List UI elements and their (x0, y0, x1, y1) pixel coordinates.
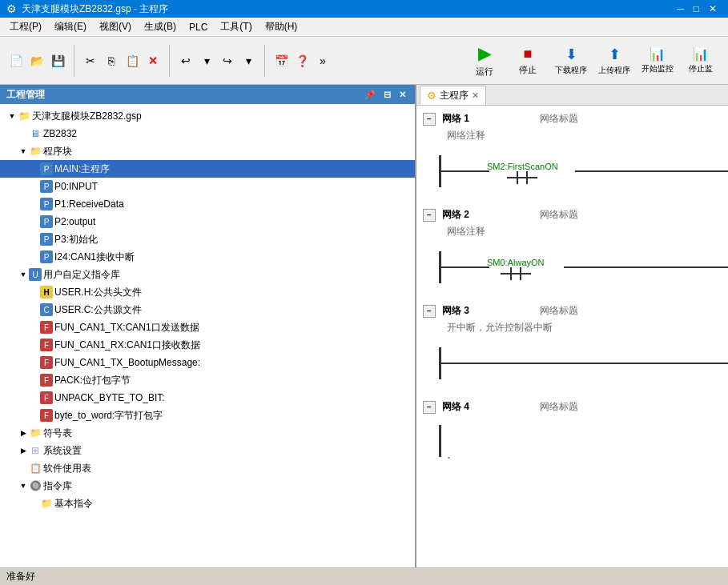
menu-help[interactable]: 帮助(H) (259, 18, 304, 35)
help-btn[interactable]: ❓ (292, 51, 312, 70)
tree-sysconfig[interactable]: ▶ ⊞ 系统设置 (0, 442, 415, 459)
run-btn[interactable]: ▶ 运行 (464, 39, 505, 82)
delete-btn[interactable]: ✕ (143, 51, 163, 70)
tree-device[interactable]: 🖥 ZB2832 (0, 125, 415, 142)
panel-auto-hide-btn[interactable]: ⊟ (381, 89, 393, 101)
tree-i24[interactable]: P I24:CAN1接收中断 (0, 248, 415, 266)
menu-tools[interactable]: 工具(T) (214, 18, 258, 35)
tree-userh[interactable]: H USER.H:公共头文件 (0, 283, 415, 301)
undo-btn[interactable]: ↩ (176, 51, 195, 70)
tree-root[interactable]: ▼ 📁 天津支腿模块ZB2832.gsp (0, 107, 415, 125)
undo-dropdown[interactable]: ▾ (197, 51, 216, 70)
userlib-expander[interactable]: ▼ (18, 270, 29, 278)
menu-view[interactable]: 视图(V) (93, 18, 138, 35)
h-line-1b (575, 170, 728, 172)
tree-instlib[interactable]: ▼ 🔘 指令库 (0, 477, 415, 495)
tree-software[interactable]: 📋 软件使用表 (0, 459, 415, 477)
network-1-collapse[interactable]: − (423, 113, 436, 126)
tree-p2[interactable]: P P2:output (0, 213, 415, 230)
userlib-icon: U (29, 268, 42, 281)
minimize-btn[interactable]: ─ (672, 3, 689, 14)
menu-build[interactable]: 生成(B) (138, 18, 183, 35)
network-3-label: 网络标题 (540, 304, 578, 318)
paste-btn[interactable]: 📋 (123, 51, 142, 70)
contact-sm0[interactable]: SM0:AlwayON (487, 258, 545, 280)
tree-p0[interactable]: P P0:INPUT (0, 178, 415, 195)
new-btn[interactable]: 📄 (6, 51, 26, 70)
tree-p3[interactable]: P P3:初始化 (0, 230, 415, 248)
download-label: 下载程序 (555, 65, 587, 76)
redo-dropdown[interactable]: ▾ (239, 51, 258, 70)
upload-btn[interactable]: ⬆ 上传程序 (593, 39, 635, 82)
tabs-bar: ⚙ 主程序 ✕ (416, 85, 728, 106)
i24-icon: P (40, 250, 53, 263)
tab-main[interactable]: ⚙ 主程序 ✕ (420, 86, 486, 105)
menu-edit[interactable]: 编辑(E) (48, 18, 93, 35)
open-btn[interactable]: 📂 (27, 51, 46, 70)
close-btn[interactable]: ✕ (704, 3, 722, 14)
fun-can1rx-icon: F (40, 339, 53, 351)
panel-header-buttons: 📌 ⊟ ✕ (362, 89, 408, 101)
panel-pin-btn[interactable]: 📌 (362, 89, 378, 101)
ladder-area[interactable]: − 网络 1 网络标题 网络注释 SM2:FirstScanON (416, 106, 728, 567)
network-3-collapse[interactable]: − (423, 305, 436, 318)
userh-icon: H (40, 286, 53, 299)
download-icon: ⬇ (565, 46, 577, 63)
cut-btn[interactable]: ✂ (81, 51, 100, 70)
bytetoword-icon: F (40, 409, 53, 422)
tab-close-btn[interactable]: ✕ (472, 90, 479, 101)
start-monitor-btn[interactable]: 📊 开始监控 (637, 39, 678, 82)
network-4-label: 网络标题 (540, 400, 578, 414)
calendar-btn[interactable]: 📅 (271, 51, 291, 70)
tree-basicinst[interactable]: 📁 基本指令 (0, 495, 415, 512)
menu-plc[interactable]: PLC (183, 20, 214, 34)
panel-close-btn[interactable]: ✕ (396, 89, 408, 101)
tree-fun-can1rx[interactable]: F FUN_CAN1_RX:CAN1口接收数据 (0, 336, 415, 354)
stop-monitor-btn[interactable]: 📊 停止监 (680, 39, 722, 82)
root-expander[interactable]: ▼ (6, 112, 18, 120)
expand-btn[interactable]: » (313, 51, 332, 70)
sysconfig-expander[interactable]: ▶ (18, 447, 29, 455)
tree-pack[interactable]: F PACK:位打包字节 (0, 371, 415, 389)
tree-symbol[interactable]: ▶ 📁 符号表 (0, 424, 415, 442)
project-tree[interactable]: ▼ 📁 天津支腿模块ZB2832.gsp 🖥 ZB2832 ▼ 📁 程序块 (0, 104, 415, 567)
tree-fun-bootup[interactable]: F FUN_CAN1_TX_BootupMessage: (0, 354, 415, 371)
contact-sm2[interactable]: SM2:FirstScanON (487, 162, 558, 184)
instlib-expander[interactable]: ▼ (18, 482, 29, 490)
programs-expander[interactable]: ▼ (18, 147, 29, 155)
network-4-title: 网络 4 (442, 400, 469, 414)
network-4-rung (439, 417, 722, 465)
tree-programs-folder[interactable]: ▼ 📁 程序块 (0, 142, 415, 160)
sep2 (169, 45, 170, 77)
tree-bytetoword[interactable]: F byte_to_word:字节打包字 (0, 407, 415, 424)
tree-p1[interactable]: P P1:ReceiveData (0, 195, 415, 213)
network-2-collapse[interactable]: − (423, 209, 436, 222)
network-4-collapse[interactable]: − (423, 401, 436, 414)
network-2-label: 网络标题 (540, 208, 578, 222)
sysconfig-label: 系统设置 (43, 444, 82, 458)
tree-fun-can1tx[interactable]: F FUN_CAN1_TX:CAN1口发送数据 (0, 319, 415, 336)
toolbar-history-section: ↩ ▾ ↪ ▾ (173, 51, 261, 70)
network-3-rung (439, 339, 722, 387)
window-title: 天津支腿模块ZB2832.gsp - 主程序 (22, 2, 168, 16)
download-btn[interactable]: ⬇ 下载程序 (550, 39, 592, 82)
pack-icon: F (40, 374, 53, 387)
main-label: MAIN:主程序 (54, 162, 110, 176)
copy-btn[interactable]: ⎘ (102, 51, 121, 70)
maximize-btn[interactable]: □ (689, 3, 704, 14)
tree-main[interactable]: P MAIN:主程序 (0, 160, 415, 178)
sep3 (264, 45, 265, 77)
stop-btn[interactable]: ■ 停止 (507, 39, 549, 82)
menu-project[interactable]: 工程(P) (3, 18, 48, 35)
redo-btn[interactable]: ↪ (218, 51, 237, 70)
tree-unpack[interactable]: F UNPACK_BYTE_TO_BIT: (0, 389, 415, 407)
save-btn[interactable]: 💾 (48, 51, 67, 70)
fun-can1tx-icon: F (40, 321, 53, 334)
upload-label: 上传程序 (598, 65, 630, 76)
tree-userc[interactable]: C USER.C:公共源文件 (0, 301, 415, 319)
symbol-expander[interactable]: ▶ (18, 429, 29, 437)
network-4: − 网络 4 网络标题 · (423, 400, 722, 466)
stop-icon: ■ (524, 46, 533, 62)
toolbar: 📄 📂 💾 ✂ ⎘ 📋 ✕ ↩ ▾ ↪ ▾ 📅 ❓ » ▶ 运行 ■ 停止 ⬇ … (0, 37, 728, 85)
tree-userlib-folder[interactable]: ▼ U 用户自定义指令库 (0, 266, 415, 283)
